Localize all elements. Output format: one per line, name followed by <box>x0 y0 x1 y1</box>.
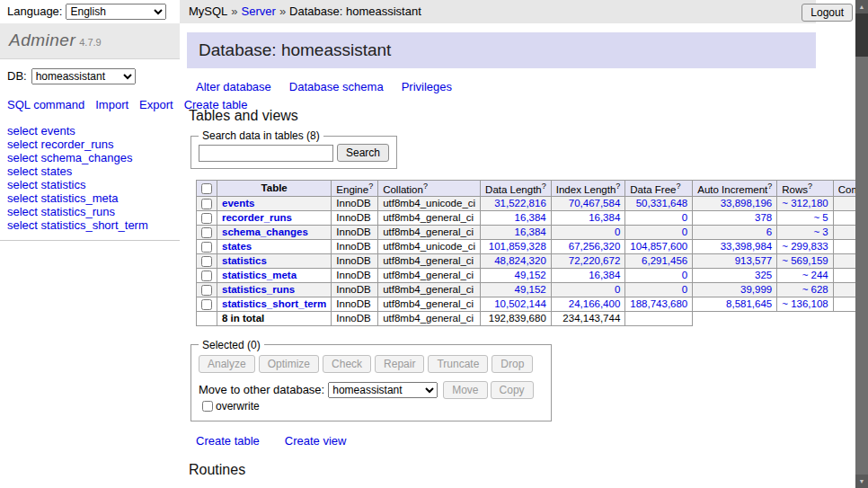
index-length-link[interactable]: 0 <box>615 226 620 237</box>
index-length-link[interactable]: 70,467,584 <box>569 198 621 209</box>
index-length-link[interactable]: 16,384 <box>589 270 620 280</box>
optimize-button[interactable]: Optimize <box>259 355 319 373</box>
create-link[interactable]: Create view <box>285 434 347 448</box>
analyze-button[interactable]: Analyze <box>199 355 255 373</box>
table-name-link[interactable]: statistics_short_term <box>222 298 326 309</box>
db-select[interactable]: homeassistant <box>31 68 136 84</box>
scrollbar[interactable]: ▲ ▼ <box>855 0 868 488</box>
data-free-link[interactable]: 0 <box>682 284 687 295</box>
data-length-link[interactable]: 16,384 <box>515 226 546 237</box>
table-name-link[interactable]: schema_changes <box>222 226 308 237</box>
move-row: Move to other database:homeassistantMove… <box>199 381 544 413</box>
data-length-link[interactable]: 16,384 <box>515 212 546 223</box>
data-length-link[interactable]: 49,152 <box>515 270 546 280</box>
scroll-up-icon[interactable]: ▲ <box>855 0 868 13</box>
data-free-link[interactable]: 104,857,600 <box>630 241 687 252</box>
rows-link[interactable]: ~ 312,180 <box>782 198 828 209</box>
rows-link[interactable]: ~ 299,833 <box>782 241 828 252</box>
sidebar-select-link[interactable]: select events <box>7 124 180 138</box>
data-length-link[interactable]: 101,859,328 <box>489 241 546 252</box>
sidebar-action-link[interactable]: Import <box>95 98 128 111</box>
sidebar-table-links: select eventsselect recorder_runsselect … <box>7 124 180 232</box>
row-checkbox[interactable] <box>201 256 212 267</box>
move-db-select[interactable]: homeassistant <box>328 382 438 398</box>
row-checkbox[interactable] <box>201 213 212 224</box>
sidebar-select-link[interactable]: select states <box>7 164 180 178</box>
row-checkbox[interactable] <box>201 227 212 238</box>
auto-increment-link[interactable]: 33,898,196 <box>721 198 773 209</box>
truncate-button[interactable]: Truncate <box>428 355 488 373</box>
data-length-link[interactable]: 49,152 <box>515 284 546 295</box>
index-length-link[interactable]: 16,384 <box>589 212 620 223</box>
sidebar-select-link[interactable]: select statistics_runs <box>7 205 180 218</box>
table-name-link[interactable]: recorder_runs <box>222 212 292 223</box>
table-name-link[interactable]: events <box>222 198 254 209</box>
sidebar-action-link[interactable]: SQL command <box>7 98 84 111</box>
scroll-down-icon[interactable]: ▼ <box>855 475 868 488</box>
sidebar-select-link[interactable]: select statistics <box>7 178 180 191</box>
index-length-link[interactable]: 0 <box>615 284 620 295</box>
data-free-link[interactable]: 0 <box>682 270 687 280</box>
row-checkbox[interactable] <box>201 271 212 281</box>
db-action-link[interactable]: Alter database <box>196 80 271 93</box>
auto-increment-link[interactable]: 33,398,984 <box>721 241 773 252</box>
table-name-link[interactable]: statistics_runs <box>222 284 295 295</box>
search-button[interactable]: Search <box>337 144 389 162</box>
sidebar-action-link[interactable]: Export <box>139 98 173 111</box>
data-free-link[interactable]: 6,291,456 <box>642 255 687 266</box>
row-checkbox[interactable] <box>201 299 212 310</box>
sidebar-select-link[interactable]: select statistics_short_term <box>7 218 180 232</box>
breadcrumb-separator: » <box>279 4 286 18</box>
overwrite-option[interactable]: overwrite <box>202 400 260 413</box>
move-button[interactable]: Move <box>443 381 487 399</box>
row-checkbox[interactable] <box>201 242 212 253</box>
sidebar-select-link[interactable]: select recorder_runs <box>7 138 180 151</box>
db-action-link[interactable]: Privileges <box>402 80 452 93</box>
logout-button[interactable]: Logout <box>802 4 853 22</box>
data-free-link[interactable]: 0 <box>682 226 687 237</box>
main-content: Database: homeassistant Alter databaseDa… <box>180 23 855 488</box>
overwrite-label: overwrite <box>216 400 260 413</box>
table-name-link[interactable]: states <box>222 241 252 252</box>
auto-increment-link[interactable]: 325 <box>755 270 772 280</box>
repair-button[interactable]: Repair <box>375 355 424 373</box>
create-link[interactable]: Create table <box>196 434 260 448</box>
rows-link[interactable]: ~ 569,159 <box>782 255 828 266</box>
rows-link[interactable]: ~ 628 <box>802 284 828 295</box>
copy-button[interactable]: Copy <box>491 381 534 399</box>
table-name-link[interactable]: statistics_meta <box>222 270 297 280</box>
language-select[interactable]: English <box>66 4 166 20</box>
select-all-checkbox[interactable] <box>201 183 212 194</box>
scrollbar-thumb[interactable] <box>855 13 868 57</box>
auto-increment-link[interactable]: 39,999 <box>740 284 772 295</box>
sidebar-select-link[interactable]: select schema_changes <box>7 151 180 164</box>
db-action-link[interactable]: Database schema <box>289 80 384 93</box>
check-button[interactable]: Check <box>323 355 371 373</box>
table-header-row: TableEngine?Collation?Data Length?Index … <box>197 181 856 197</box>
row-checkbox[interactable] <box>201 285 212 296</box>
rows-link[interactable]: ~ 244 <box>802 270 828 280</box>
auto-increment-link[interactable]: 6 <box>766 226 772 237</box>
row-checkbox[interactable] <box>201 199 212 209</box>
data-free-link[interactable]: 0 <box>682 212 687 223</box>
data-free-link[interactable]: 188,743,680 <box>630 298 687 309</box>
drop-button[interactable]: Drop <box>492 355 533 373</box>
rows-link[interactable]: ~ 3 <box>813 226 828 237</box>
index-length-link[interactable]: 24,166,400 <box>569 298 621 309</box>
auto-increment-link[interactable]: 8,581,645 <box>726 298 772 309</box>
index-length-link[interactable]: 72,220,672 <box>569 255 621 266</box>
index-length-link[interactable]: 67,256,320 <box>569 241 621 252</box>
sidebar-select-link[interactable]: select statistics_meta <box>7 191 180 205</box>
overwrite-checkbox[interactable] <box>202 401 213 412</box>
data-length-link[interactable]: 31,522,816 <box>494 198 546 209</box>
data-length-link[interactable]: 48,824,320 <box>494 255 546 266</box>
table-name-link[interactable]: statistics <box>222 255 267 266</box>
data-free-link[interactable]: 50,331,648 <box>636 198 688 209</box>
rows-link[interactable]: ~ 5 <box>813 212 828 223</box>
search-input[interactable] <box>199 145 333 162</box>
data-length-link[interactable]: 10,502,144 <box>494 298 546 309</box>
breadcrumb-server-link[interactable]: Server <box>242 4 276 18</box>
rows-link[interactable]: ~ 136,108 <box>782 298 828 309</box>
auto-increment-link[interactable]: 913,577 <box>735 255 773 266</box>
auto-increment-link[interactable]: 378 <box>755 212 772 223</box>
